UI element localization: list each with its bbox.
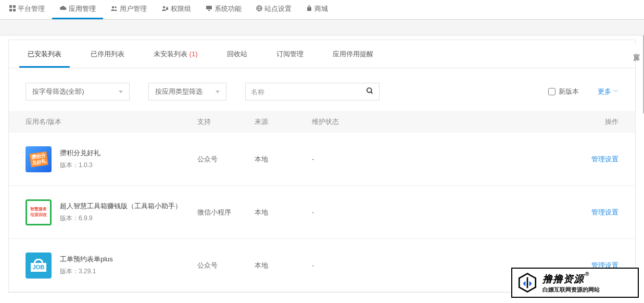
nav-label: 平台管理 xyxy=(18,4,45,14)
svg-point-14 xyxy=(367,88,372,93)
nav-label: 应用管理 xyxy=(69,4,96,14)
nav-globe[interactable]: 站点设置 xyxy=(249,0,299,19)
col-app: 应用名/版本 xyxy=(26,117,197,127)
watermark-r: ® xyxy=(585,271,589,277)
tab-label: 应用停用提醒 xyxy=(333,50,373,58)
app-icon: 攒积分兑好礼 xyxy=(26,146,52,172)
tab-label: 订阅管理 xyxy=(276,50,304,58)
svg-point-5 xyxy=(115,6,117,8)
tab-count: (1) xyxy=(190,50,198,58)
chevron-down-icon: ﹀ xyxy=(613,88,618,95)
tab-3[interactable]: 回收站 xyxy=(219,40,256,68)
nav-label: 权限组 xyxy=(171,4,191,14)
watermark-logo-icon xyxy=(516,272,538,294)
svg-rect-0 xyxy=(9,5,12,8)
table-row: 智慧服务垃圾回收超人智慧工具箱赚钱版（工具箱小助手）版本：6.9.9微信小程序本… xyxy=(9,186,635,239)
search-icon[interactable] xyxy=(366,87,374,96)
app-version: 版本：1.0.3 xyxy=(60,161,100,170)
tab-1[interactable]: 已停用列表 xyxy=(82,40,133,68)
svg-point-4 xyxy=(112,6,114,8)
app-name: 超人智慧工具箱赚钱版（工具箱小助手） xyxy=(60,201,182,211)
manage-link[interactable]: 管理设置 xyxy=(591,155,618,163)
chevron-down-icon xyxy=(119,91,123,93)
watermark-title: 撸撸资源 xyxy=(542,272,584,286)
app-version: 版本：3.29.1 xyxy=(60,267,113,276)
nav-lock[interactable]: 权限组 xyxy=(154,0,198,19)
tabs-bar: 已安装列表已停用列表未安装列表 (1)回收站订阅管理应用停用提醒 xyxy=(9,40,635,68)
app-name: 工单预约表单plus xyxy=(60,255,113,264)
nav-users[interactable]: 用户管理 xyxy=(103,0,154,19)
chevron-down-icon xyxy=(216,91,220,93)
col-action: 操作 xyxy=(577,117,618,127)
bag-icon xyxy=(306,5,312,13)
svg-rect-8 xyxy=(206,6,212,9)
col-support: 支持 xyxy=(197,117,255,127)
nav-label: 用户管理 xyxy=(120,4,147,14)
search-input[interactable] xyxy=(251,88,366,96)
top-nav: 平台管理应用管理用户管理权限组系统功能站点设置商城 xyxy=(0,0,644,20)
svg-rect-9 xyxy=(208,10,210,11)
nav-label: 站点设置 xyxy=(264,4,292,14)
nav-label: 系统功能 xyxy=(214,4,242,14)
table-header: 应用名/版本 支持 来源 维护状态 操作 xyxy=(9,111,635,133)
svg-rect-1 xyxy=(13,5,16,8)
watermark: 撸撸资源 ® 白嫖互联网资源的网站 xyxy=(511,268,639,298)
gap-bar xyxy=(0,20,644,35)
new-version-input[interactable] xyxy=(548,88,555,95)
cell-support: 微信小程序 xyxy=(197,208,255,217)
nav-grid[interactable]: 平台管理 xyxy=(2,0,52,19)
wide-screen-toggle[interactable]: 宽屏 xyxy=(629,44,642,55)
type-filter-label: 按应用类型筛选 xyxy=(155,87,203,96)
app-icon: 智慧服务垃圾回收 xyxy=(26,199,52,225)
watermark-sub: 白嫖互联网资源的网站 xyxy=(542,286,600,294)
col-status: 维护状态 xyxy=(312,117,577,127)
letter-filter-select[interactable]: 按字母筛选(全部) xyxy=(26,83,130,100)
nav-monitor[interactable]: 系统功能 xyxy=(198,0,249,19)
filter-row: 按字母筛选(全部) 按应用类型筛选 新版本 更多 ﹀ xyxy=(9,68,635,111)
nav-label: 商城 xyxy=(314,4,328,14)
app-name: 攒积分兑好礼 xyxy=(60,148,100,158)
table-row: 攒积分兑好礼攒积分兑好礼版本：1.0.3公众号本地-管理设置 xyxy=(9,133,635,186)
letter-filter-label: 按字母筛选(全部) xyxy=(32,87,84,96)
tab-4[interactable]: 订阅管理 xyxy=(268,40,312,68)
tab-label: 已安装列表 xyxy=(28,50,61,58)
nav-bag[interactable]: 商城 xyxy=(299,0,335,19)
users-icon xyxy=(110,5,118,13)
tab-2[interactable]: 未安装列表 (1) xyxy=(145,40,206,68)
svg-rect-3 xyxy=(13,9,16,11)
new-version-label: 新版本 xyxy=(559,87,579,96)
svg-rect-7 xyxy=(166,8,168,10)
col-source: 来源 xyxy=(255,117,312,127)
svg-rect-2 xyxy=(9,9,12,11)
app-icon: JOB xyxy=(26,253,52,279)
cloud-icon xyxy=(59,5,67,13)
svg-line-15 xyxy=(371,92,372,93)
globe-icon xyxy=(256,5,262,13)
tab-label: 回收站 xyxy=(227,50,247,58)
lock-icon xyxy=(161,5,169,13)
search-box xyxy=(245,83,380,100)
monitor-icon xyxy=(206,5,212,13)
manage-link[interactable]: 管理设置 xyxy=(591,208,618,216)
new-version-checkbox[interactable]: 新版本 xyxy=(548,87,579,96)
grid-icon xyxy=(9,5,16,13)
svg-point-6 xyxy=(163,6,165,8)
main-card: 已安装列表已停用列表未安装列表 (1)回收站订阅管理应用停用提醒 按字母筛选(全… xyxy=(8,40,636,293)
tab-0[interactable]: 已安装列表 xyxy=(19,40,70,68)
tab-label: 未安装列表 xyxy=(154,50,187,58)
cell-source: 本地 xyxy=(255,208,312,217)
svg-rect-13 xyxy=(307,7,311,11)
nav-cloud[interactable]: 应用管理 xyxy=(52,0,103,19)
type-filter-select[interactable]: 按应用类型筛选 xyxy=(148,83,226,100)
tab-label: 已停用列表 xyxy=(91,50,124,58)
watermark-text: 撸撸资源 ® 白嫖互联网资源的网站 xyxy=(542,272,600,294)
app-version: 版本：6.9.9 xyxy=(60,214,182,223)
more-link[interactable]: 更多 ﹀ xyxy=(598,87,618,96)
cell-source: 本地 xyxy=(255,261,312,270)
cell-support: 公众号 xyxy=(197,261,255,270)
cell-status: - xyxy=(312,208,577,216)
tab-5[interactable]: 应用停用提醒 xyxy=(324,40,382,68)
cell-source: 本地 xyxy=(255,155,312,164)
cell-support: 公众号 xyxy=(197,155,255,164)
more-label: 更多 xyxy=(598,87,611,96)
